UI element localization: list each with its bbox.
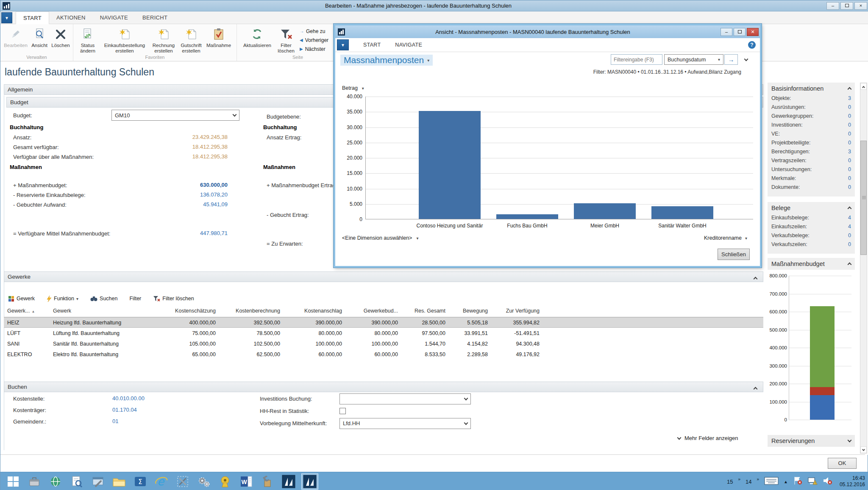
column-header[interactable]: Zur Verfügung: [491, 308, 543, 314]
tab-bericht[interactable]: BERICHT: [135, 11, 175, 24]
factbox-value[interactable]: 4: [848, 224, 851, 233]
measure-select[interactable]: Betrag ▾: [342, 85, 364, 91]
tray-counter[interactable]: 15: [727, 479, 733, 485]
dimension-select[interactable]: <Eine Dimension auswählen> ▾: [342, 235, 418, 241]
close-button[interactable]: ×: [854, 2, 867, 10]
column-header[interactable]: Gewerk: [50, 308, 156, 314]
start-button[interactable]: [5, 473, 22, 490]
kostentraeger-value[interactable]: 01.170.04: [112, 407, 137, 413]
column-header[interactable]: Kostenanschlag: [284, 308, 345, 314]
factbox-header[interactable]: Maßnahmenbudget: [768, 258, 855, 270]
suchen-button[interactable]: Suchen: [90, 296, 117, 302]
minimize-button[interactable]: –: [826, 2, 839, 10]
einkaufsbestellung-erstellen-button[interactable]: Einkaufsbestellung erstellen: [100, 26, 150, 54]
massnahme-button[interactable]: Maßnahme: [205, 26, 233, 48]
factbox-value[interactable]: 0: [848, 140, 851, 149]
filter-field-select[interactable]: Buchungsdatum ▾: [664, 54, 723, 65]
gemeindenr-value[interactable]: 01: [112, 418, 118, 424]
services-gears-icon[interactable]: [195, 473, 212, 490]
budget-select[interactable]: GM10: [111, 110, 239, 121]
column-header[interactable]: Gewerk...▲: [4, 308, 50, 314]
volume-muted-icon[interactable]: [823, 476, 833, 487]
factbox-value[interactable]: 0: [848, 104, 851, 113]
keyboard-icon[interactable]: [764, 476, 779, 487]
security-icon[interactable]: [217, 473, 234, 490]
collapse-icon[interactable]: [754, 277, 758, 281]
factbox-value[interactable]: 0: [848, 184, 851, 193]
admin-tools-icon[interactable]: [174, 473, 191, 490]
dynamics-nav-active-icon[interactable]: [301, 473, 318, 490]
column-header[interactable]: Kostenschätzung: [156, 308, 219, 314]
investitions-buchung-select[interactable]: [339, 393, 471, 404]
vertical-scrollbar[interactable]: [860, 83, 867, 454]
factbox-header[interactable]: Belege: [768, 202, 855, 214]
apply-filter-button[interactable]: →: [724, 54, 738, 65]
dynamics-nav-icon[interactable]: [280, 473, 297, 490]
dialog-minimize-button[interactable]: –: [721, 28, 732, 36]
factbox-value[interactable]: 3: [848, 149, 851, 158]
dialog-page-title[interactable]: Massnahmenposten ▾: [340, 55, 433, 66]
column-header[interactable]: Res. Gesamt: [401, 308, 449, 314]
scrollbar-thumb[interactable]: [860, 141, 867, 255]
filter-input[interactable]: [611, 54, 662, 65]
dialog-maximize-button[interactable]: [734, 28, 746, 36]
naechster-link[interactable]: ▶ Nächster: [300, 44, 328, 53]
vorbelegung-select[interactable]: Lfd.HH: [339, 418, 471, 429]
factbox-value[interactable]: 0: [848, 166, 851, 175]
vorheriger-link[interactable]: ◀ Vorheriger: [300, 36, 328, 44]
internet-explorer-icon[interactable]: e: [153, 473, 170, 490]
rechnung-erstellen-button[interactable]: Rechnung erstellen: [150, 26, 178, 54]
loeschen-button[interactable]: Löschen: [50, 26, 72, 48]
hh-rest-checkbox[interactable]: [339, 408, 346, 414]
help-icon[interactable]: ?: [748, 41, 756, 49]
ansicht-button[interactable]: Ansicht: [29, 26, 50, 48]
aktualisieren-button[interactable]: Aktualisieren: [240, 26, 274, 48]
factbox-value[interactable]: 0: [848, 233, 851, 241]
tab-start[interactable]: START: [16, 11, 49, 24]
factbox-value[interactable]: 4: [848, 215, 851, 224]
factbox-value[interactable]: 0: [848, 241, 851, 250]
powershell-ise-icon[interactable]: [89, 473, 106, 490]
collapse-icon[interactable]: [754, 387, 758, 391]
gewerk-button[interactable]: Gewerk: [8, 296, 35, 302]
factbox-value[interactable]: 0: [848, 158, 851, 166]
table-row[interactable]: HEIZHeizung lfd. Bauunterhaltung400.000,…: [4, 317, 763, 328]
word-icon[interactable]: W: [238, 473, 255, 490]
dialog-application-menu-button[interactable]: ▼: [337, 39, 349, 50]
dialog-close-x-button[interactable]: ✕: [747, 28, 759, 36]
expand-filter-pane-icon[interactable]: [744, 57, 748, 61]
column-header[interactable]: Bewegung: [449, 308, 491, 314]
x-dimension-select[interactable]: Kreditorenname ▾: [704, 235, 747, 241]
section-buchen[interactable]: Buchen: [4, 382, 763, 392]
help-globe-icon[interactable]: [47, 473, 64, 490]
filter-button[interactable]: Filter: [129, 296, 141, 302]
network-warning-icon[interactable]: !: [807, 476, 818, 487]
file-explorer-icon[interactable]: [111, 473, 128, 490]
filter-loeschen-toolbar-button[interactable]: Filter löschen: [153, 296, 194, 302]
scroll-up-button[interactable]: [860, 83, 867, 90]
tab-navigate[interactable]: NAVIGATE: [93, 11, 135, 24]
mehr-felder-anzeigen-link[interactable]: Mehr Felder anzeigen: [678, 435, 738, 441]
application-menu-button[interactable]: ▼: [1, 12, 12, 23]
filter-loeschen-button[interactable]: Filter löschen: [274, 26, 298, 54]
toolbox-icon[interactable]: [259, 473, 276, 490]
show-hidden-icons-button[interactable]: ▲: [784, 479, 788, 484]
dialog-tab-navigate[interactable]: NAVIGATE: [395, 42, 422, 48]
column-header[interactable]: Kostenberechnung: [219, 308, 284, 314]
funktion-button[interactable]: Funktion ▾: [47, 296, 78, 302]
factbox-header[interactable]: Basisinformationen: [768, 83, 855, 94]
column-header[interactable]: Gewerkebud...: [345, 308, 401, 314]
gutschrift-erstellen-button[interactable]: Gutschrift erstellen: [178, 26, 205, 54]
gehe-zu-link[interactable]: → Gehe zu: [300, 27, 328, 36]
factbox-value[interactable]: 0: [848, 131, 851, 140]
powershell-icon[interactable]: Σ: [132, 473, 149, 490]
status-aendern-button[interactable]: Status ändern: [76, 26, 100, 54]
table-row[interactable]: SANISanitär lfd. Bauunterhaltung105.000,…: [4, 338, 763, 349]
factbox-value[interactable]: 3: [848, 95, 851, 104]
factbox-header[interactable]: Reservierungen: [768, 435, 855, 447]
clock[interactable]: 16:43 05.12.2016: [840, 475, 865, 488]
action-center-flag-icon[interactable]: [793, 476, 802, 487]
server-manager-icon[interactable]: [26, 473, 43, 490]
section-gewerke[interactable]: Gewerke: [4, 271, 763, 282]
ok-button[interactable]: OK: [828, 458, 857, 469]
